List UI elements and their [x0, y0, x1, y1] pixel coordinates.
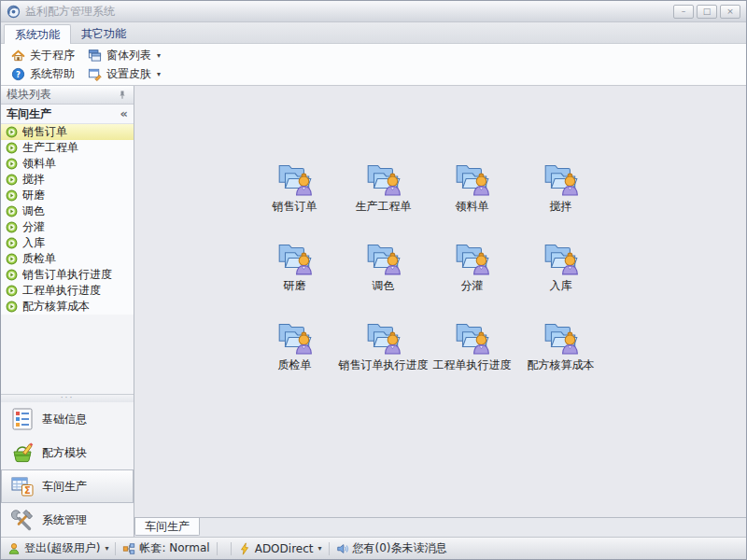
folder-user-icon	[364, 159, 403, 196]
mdi-content-area: 销售订单 生产工程单 领料单 搅拌	[134, 86, 746, 517]
module-item-quality-inspection[interactable]: 质检单	[1, 251, 134, 267]
sidebar-header-label: 模块列表	[7, 87, 51, 103]
shortcut-label: 搅拌	[550, 199, 572, 215]
shortcut-label: 研磨	[284, 278, 306, 294]
go-arrow-icon	[6, 285, 18, 297]
window-list-label: 窗体列表	[106, 48, 151, 63]
tab-other-functions[interactable]: 其它功能	[71, 24, 136, 43]
app-window: 益利配方管理系统 – □ × 系统功能 其它功能 关于程序 窗体列表 ▾ 系统帮…	[0, 0, 747, 560]
about-program-button[interactable]: 关于程序	[7, 46, 83, 64]
folder-user-icon	[275, 238, 315, 275]
module-item-material-requisition[interactable]: 领料单	[1, 156, 134, 172]
sidebar-splitter[interactable]: ···	[1, 394, 134, 402]
module-item-stirring[interactable]: 搅拌	[1, 172, 134, 188]
sidebar-item-formula-module[interactable]: 配方模块	[1, 436, 134, 469]
module-item-label: 工程单执行进度	[22, 283, 101, 299]
shortcut-filling[interactable]: 分灌	[428, 238, 516, 294]
window-list-icon	[88, 49, 102, 63]
shortcut-formula-costing[interactable]: 配方核算成本	[516, 317, 605, 373]
shortcut-stirring[interactable]: 搅拌	[516, 159, 605, 215]
shortcut-grid: 销售订单 生产工程单 领料单 搅拌	[250, 159, 746, 373]
shortcut-material-requisition[interactable]: 领料单	[428, 159, 516, 215]
module-list: 销售订单 生产工程单 领料单 搅拌 研磨	[1, 124, 134, 315]
tab-workshop-production[interactable]: 车间生产	[134, 518, 200, 536]
module-item-production-order[interactable]: 生产工程单	[1, 140, 134, 156]
shortcut-label: 领料单	[456, 199, 489, 215]
window-list-button[interactable]: 窗体列表 ▾	[83, 46, 165, 64]
go-arrow-icon	[6, 253, 18, 265]
module-item-label: 生产工程单	[22, 140, 78, 156]
account-set-label: 帐套: Normal	[139, 540, 209, 556]
folder-user-icon	[453, 159, 492, 196]
shortcut-label: 销售订单执行进度	[339, 357, 429, 373]
toolbar-row-1: 关于程序 窗体列表 ▾	[7, 46, 740, 64]
folder-user-icon	[275, 317, 315, 355]
shortcut-label: 调色	[373, 278, 395, 294]
workspace: 模块列表 车间生产 « 销售订单 生产工程单 领料单	[1, 86, 746, 537]
shortcut-label: 生产工程单	[356, 199, 412, 215]
document-tab-bar: 车间生产	[134, 517, 746, 537]
module-item-formula-costing[interactable]: 配方核算成本	[1, 299, 134, 315]
shortcut-label: 分灌	[461, 278, 484, 294]
module-item-grinding[interactable]: 研磨	[1, 188, 134, 203]
go-arrow-icon	[6, 237, 18, 249]
dropdown-arrow-icon: ▾	[157, 51, 161, 60]
maximize-button[interactable]: □	[697, 5, 717, 19]
module-item-tinting[interactable]: 调色	[1, 203, 134, 219]
shortcut-production-order[interactable]: 生产工程单	[339, 159, 428, 215]
home-icon	[11, 49, 25, 63]
module-item-label: 搅拌	[22, 172, 45, 188]
go-arrow-icon	[6, 189, 18, 202]
spreadsheet-sigma-icon	[10, 474, 35, 498]
module-item-warehousing[interactable]: 入库	[1, 235, 134, 251]
module-item-filling[interactable]: 分灌	[1, 219, 134, 235]
system-help-label: 系统帮助	[30, 66, 75, 82]
sidebar-item-workshop-production[interactable]: 车间生产	[1, 469, 134, 503]
shortcut-tinting[interactable]: 调色	[339, 238, 428, 294]
shortcut-warehousing[interactable]: 入库	[516, 238, 605, 294]
nav-button-label: 系统管理	[42, 512, 87, 528]
shortcut-work-order-progress[interactable]: 工程单执行进度	[428, 317, 516, 373]
speaker-icon	[336, 542, 349, 555]
shortcut-label: 配方核算成本	[528, 357, 595, 373]
dropdown-arrow-icon: ▾	[105, 544, 108, 553]
lightning-icon	[238, 542, 251, 555]
module-item-label: 配方核算成本	[22, 299, 90, 315]
set-skin-button[interactable]: 设置皮肤 ▾	[83, 64, 165, 83]
sidebar-item-basic-info[interactable]: 基础信息	[1, 402, 134, 436]
module-item-work-order-progress[interactable]: 工程单执行进度	[1, 283, 134, 299]
shortcut-label: 入库	[550, 278, 572, 294]
module-sidebar: 模块列表 车间生产 « 销售订单 生产工程单 领料单	[1, 86, 134, 537]
tab-system-functions[interactable]: 系统功能	[4, 24, 71, 44]
sidebar-header: 模块列表	[1, 86, 134, 105]
pin-icon[interactable]	[117, 90, 128, 101]
folder-user-icon	[453, 317, 492, 355]
shortcut-sales-order[interactable]: 销售订单	[250, 159, 339, 215]
system-help-button[interactable]: 系统帮助	[7, 64, 83, 83]
collapse-panel-icon[interactable]: «	[120, 105, 128, 122]
sidebar-item-system-management[interactable]: 系统管理	[1, 503, 134, 537]
help-icon	[11, 67, 25, 81]
close-button[interactable]: ×	[720, 5, 740, 19]
shortcut-quality-inspection[interactable]: 质检单	[250, 317, 339, 373]
shortcut-grinding[interactable]: 研磨	[250, 238, 339, 294]
statusbar-separator	[217, 542, 218, 555]
module-item-label: 销售订单执行进度	[22, 267, 112, 283]
minimize-button[interactable]: –	[673, 5, 694, 19]
module-item-label: 入库	[22, 235, 45, 251]
folder-user-icon	[542, 238, 581, 275]
go-arrow-icon	[6, 269, 18, 281]
go-arrow-icon	[6, 158, 18, 170]
ado-direct-button[interactable]: ADODirect ▾	[238, 542, 322, 555]
module-item-sales-order[interactable]: 销售订单	[1, 124, 134, 140]
shortcut-sales-order-progress[interactable]: 销售订单执行进度	[339, 317, 428, 373]
user-icon	[7, 542, 21, 555]
shortcut-label: 质检单	[278, 357, 312, 373]
unread-messages-button[interactable]: 您有(0)条未读消息	[336, 540, 447, 556]
logout-button[interactable]: 登出(超级用户) ▾	[7, 540, 108, 556]
ado-direct-label: ADODirect	[255, 542, 314, 555]
module-item-label: 销售订单	[22, 124, 67, 140]
module-item-sales-order-progress[interactable]: 销售订单执行进度	[1, 267, 134, 283]
module-item-label: 领料单	[22, 156, 56, 172]
basket-icon	[10, 441, 35, 465]
